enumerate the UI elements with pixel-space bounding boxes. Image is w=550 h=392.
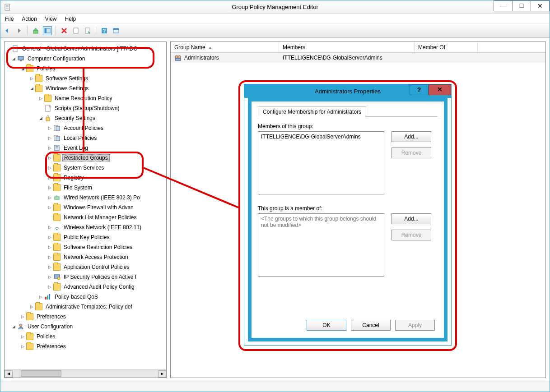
svg-point-37 xyxy=(178,55,181,58)
console-tree[interactable]: General - Global Server Administrators [… xyxy=(5,42,166,353)
toolbar: ? xyxy=(0,24,550,37)
memberof-label: This group is a member of: xyxy=(258,205,438,212)
export-list-icon[interactable] xyxy=(83,26,92,35)
delete-icon[interactable] xyxy=(60,26,69,35)
tree-local-policies[interactable]: ▷Local Policies xyxy=(5,133,166,143)
forward-icon[interactable] xyxy=(14,26,23,35)
menu-file[interactable]: File xyxy=(5,16,14,22)
memberof-add-button[interactable]: Add... xyxy=(392,213,431,224)
tree-wired-network[interactable]: ▷Wired Network (IEEE 802.3) Po xyxy=(5,193,166,203)
tree-system-services[interactable]: ▷System Services xyxy=(5,163,166,173)
scroll-left-icon[interactable]: ◀ xyxy=(5,370,13,378)
tree-wireless-network[interactable]: ▷Wireless Network (IEEE 802.11) xyxy=(5,222,166,232)
tree-computer-config[interactable]: ◢Computer Configuration xyxy=(5,54,166,64)
tree-policies[interactable]: ◢Policies xyxy=(5,64,166,74)
tree-h-scrollbar[interactable]: ◀ ▶ xyxy=(5,369,166,378)
tree-event-log[interactable]: ▷Event Log xyxy=(5,143,166,153)
ok-button[interactable]: OK xyxy=(307,320,346,331)
folder-icon xyxy=(26,313,33,320)
folder-icon xyxy=(26,333,33,340)
list-row-administrators[interactable]: Administrators ITTELLIGENCE\DG-GlobalSer… xyxy=(171,53,545,63)
svg-rect-27 xyxy=(55,197,59,199)
folder-icon xyxy=(35,85,42,92)
properties-icon[interactable] xyxy=(71,26,80,35)
close-button[interactable]: ✕ xyxy=(531,0,550,11)
tree-name-resolution[interactable]: ▷Name Resolution Policy xyxy=(5,93,166,103)
folder-lock-icon xyxy=(53,154,61,161)
svg-rect-33 xyxy=(47,295,48,300)
refresh-icon[interactable] xyxy=(112,26,121,35)
tree-application-control[interactable]: ▷Application Control Policies xyxy=(5,262,166,272)
menu-action[interactable]: Action xyxy=(22,16,37,22)
menu-view[interactable]: View xyxy=(45,16,57,22)
tree-scripts[interactable]: Scripts (Startup/Shutdown) xyxy=(5,103,166,113)
network-wireless-icon xyxy=(53,224,61,231)
svg-rect-16 xyxy=(18,56,23,60)
help-icon[interactable]: ? xyxy=(100,26,109,35)
folder-icon xyxy=(44,95,51,102)
dialog-help-button[interactable]: ? xyxy=(410,84,429,95)
tree-registry[interactable]: ▷Registry xyxy=(5,173,166,183)
minimize-button[interactable]: — xyxy=(494,0,513,11)
tree-windows-firewall[interactable]: ▷Windows Firewall with Advan xyxy=(5,203,166,212)
scroll-thumb[interactable] xyxy=(21,370,61,377)
svg-rect-12 xyxy=(113,28,119,30)
tree-qos[interactable]: ▷Policy-based QoS xyxy=(5,292,166,302)
tree-public-key[interactable]: ▷Public Key Policies xyxy=(5,232,166,242)
folder-icon xyxy=(35,75,42,82)
folder-lock-icon xyxy=(53,184,61,191)
tree-security-settings[interactable]: ◢Security Settings xyxy=(5,113,166,123)
tree-admin-templates[interactable]: ▷Administrative Templates: Policy def xyxy=(5,302,166,312)
folder-icon xyxy=(53,214,61,221)
col-members[interactable]: Members xyxy=(279,42,415,52)
tree-software-settings[interactable]: ▷Software Settings xyxy=(5,74,166,83)
list-cell-members: ITTELLIGENCE\DG-GlobalServerAdmins xyxy=(283,55,382,61)
svg-rect-34 xyxy=(49,294,50,300)
tree-restricted-groups[interactable]: ▷Restricted Groups xyxy=(5,153,166,163)
tree-preferences-computer[interactable]: ▷Preferences xyxy=(5,312,166,322)
tree-windows-settings[interactable]: ◢Windows Settings xyxy=(5,83,166,93)
col-member-of[interactable]: Member Of xyxy=(415,42,478,52)
apply-button[interactable]: Apply xyxy=(395,320,435,331)
computer-icon xyxy=(17,55,24,62)
svg-point-35 xyxy=(19,324,22,327)
list-header: Group Name Members Member Of xyxy=(171,42,545,53)
svg-rect-23 xyxy=(56,136,60,141)
tree-file-system[interactable]: ▷File System xyxy=(5,183,166,193)
members-remove-button[interactable]: Remove xyxy=(392,148,431,158)
cancel-button[interactable]: Cancel xyxy=(351,320,391,331)
show-hide-tree-icon[interactable] xyxy=(43,26,52,35)
up-icon[interactable] xyxy=(31,26,40,35)
memberof-remove-button[interactable]: Remove xyxy=(392,230,431,240)
tree-network-list[interactable]: Network List Manager Policies xyxy=(5,212,166,222)
script-icon xyxy=(44,105,51,112)
tree-account-policies[interactable]: ▷Account Policies xyxy=(5,123,166,133)
user-icon xyxy=(17,323,24,330)
tree-preferences-user[interactable]: ▷Preferences xyxy=(5,341,166,351)
svg-rect-6 xyxy=(45,28,47,33)
maximize-button[interactable]: □ xyxy=(512,0,531,11)
dialog-close-button[interactable]: ✕ xyxy=(429,84,451,95)
dialog-titlebar: Administrators Properties ? ✕ xyxy=(244,84,451,98)
svg-rect-17 xyxy=(20,60,22,61)
tree-advanced-audit[interactable]: ▷Advanced Audit Policy Config xyxy=(5,282,166,292)
memberof-listbox[interactable]: <The groups to which this group belongs … xyxy=(258,213,384,277)
back-icon[interactable] xyxy=(3,26,12,35)
app-icon xyxy=(4,4,11,11)
folder-lock-icon xyxy=(53,174,61,181)
members-listbox[interactable]: ITTELLIGENCE\DG-GlobalServerAdmins xyxy=(258,131,384,194)
col-group-name[interactable]: Group Name xyxy=(171,42,279,52)
scroll-right-icon[interactable]: ▶ xyxy=(158,370,166,378)
policies-icon xyxy=(53,125,61,132)
tree-policies-user[interactable]: ▷Policies xyxy=(5,332,166,341)
scroll-track[interactable] xyxy=(13,370,158,378)
tree-user-config[interactable]: ◢User Configuration xyxy=(5,322,166,332)
tree-software-restriction[interactable]: ▷Software Restriction Policies xyxy=(5,242,166,252)
members-add-button[interactable]: Add... xyxy=(392,131,431,142)
tab-configure-membership[interactable]: Configure Membership for Administrators xyxy=(258,106,366,117)
menu-help[interactable]: Help xyxy=(65,16,76,22)
tree-network-access-protection[interactable]: ▷Network Access Protection xyxy=(5,252,166,262)
list-cell-group: Administrators xyxy=(184,55,219,61)
tree-ipsec[interactable]: ▷IP Security Policies on Active I xyxy=(5,272,166,282)
tree-root[interactable]: General - Global Server Administrators [… xyxy=(5,44,166,54)
